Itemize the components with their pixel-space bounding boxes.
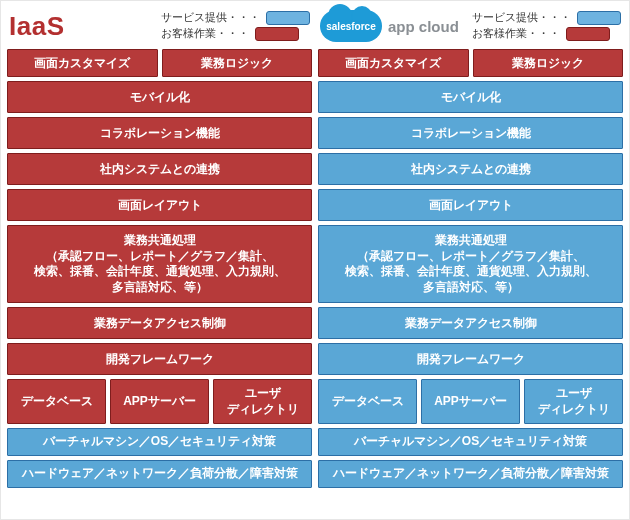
title-appcloud: salesforce app cloud (320, 10, 459, 42)
layer-db: データベース (7, 379, 106, 423)
layer-row-servers: データベース APPサーバー ユーザディレクトリ (7, 379, 312, 423)
comparison-diagram: IaaS サービス提供・・・ お客様作業・・・ 画面カスタマイズ 業務ロジック (0, 0, 630, 520)
layer-db: データベース (318, 379, 417, 423)
columns: IaaS サービス提供・・・ お客様作業・・・ 画面カスタマイズ 業務ロジック (1, 1, 629, 519)
layer-hw: ハードウェア／ネットワーク／負荷分散／障害対策 (318, 460, 623, 488)
legend-customer-label: お客様作業・・・ (472, 27, 560, 41)
layer-row-top: 画面カスタマイズ 業務ロジック (318, 49, 623, 77)
legend-customer: お客様作業・・・ (472, 27, 621, 41)
layer-appserver: APPサーバー (110, 379, 209, 423)
stack-iaas: 画面カスタマイズ 業務ロジック モバイル化 コラボレーション機能 社内システムと… (7, 49, 312, 488)
swatch-red-icon (566, 27, 610, 41)
layer-framework: 開発フレームワーク (318, 343, 623, 375)
title-iaas: IaaS (9, 11, 65, 42)
layer-common: 業務共通処理（承認フロー、レポート／グラフ／集計、検索、採番、会計年度、通貨処理… (7, 225, 312, 303)
legend-provider: サービス提供・・・ (472, 11, 621, 25)
layer-screen-customize: 画面カスタマイズ (7, 49, 158, 77)
appcloud-text: app cloud (388, 18, 459, 35)
swatch-blue-icon (266, 11, 310, 25)
swatch-red-icon (255, 27, 299, 41)
layer-layout: 画面レイアウト (7, 189, 312, 221)
layer-collab: コラボレーション機能 (318, 117, 623, 149)
layer-framework: 開発フレームワーク (7, 343, 312, 375)
layer-appserver: APPサーバー (421, 379, 520, 423)
layer-mobile: モバイル化 (318, 81, 623, 113)
layer-userdir: ユーザディレクトリ (524, 379, 623, 423)
stack-appcloud: 画面カスタマイズ 業務ロジック モバイル化 コラボレーション機能 社内システムと… (318, 49, 623, 488)
layer-row-top: 画面カスタマイズ 業務ロジック (7, 49, 312, 77)
layer-mobile: モバイル化 (7, 81, 312, 113)
layer-userdir: ユーザディレクトリ (213, 379, 312, 423)
layer-integration: 社内システムとの連携 (7, 153, 312, 185)
layer-collab: コラボレーション機能 (7, 117, 312, 149)
salesforce-cloud-icon: salesforce (320, 10, 382, 42)
layer-business-logic: 業務ロジック (162, 49, 313, 77)
layer-row-servers: データベース APPサーバー ユーザディレクトリ (318, 379, 623, 423)
legend-provider-label: サービス提供・・・ (161, 11, 260, 25)
salesforce-brand-text: salesforce (326, 21, 375, 32)
layer-layout: 画面レイアウト (318, 189, 623, 221)
legend-appcloud: サービス提供・・・ お客様作業・・・ (472, 11, 621, 41)
header-iaas: IaaS サービス提供・・・ お客様作業・・・ (7, 5, 312, 49)
layer-business-logic: 業務ロジック (473, 49, 624, 77)
layer-integration: 社内システムとの連携 (318, 153, 623, 185)
legend-customer-label: お客様作業・・・ (161, 27, 249, 41)
swatch-blue-icon (577, 11, 621, 25)
header-appcloud: salesforce app cloud サービス提供・・・ お客様作業・・・ (318, 5, 623, 49)
layer-vm: バーチャルマシン／OS／セキュリティ対策 (318, 428, 623, 456)
layer-hw: ハードウェア／ネットワーク／負荷分散／障害対策 (7, 460, 312, 488)
legend-iaas: サービス提供・・・ お客様作業・・・ (161, 11, 310, 41)
layer-screen-customize: 画面カスタマイズ (318, 49, 469, 77)
column-appcloud: salesforce app cloud サービス提供・・・ お客様作業・・・ (318, 5, 623, 513)
layer-access: 業務データアクセス制御 (7, 307, 312, 339)
legend-provider-label: サービス提供・・・ (472, 11, 571, 25)
layer-vm: バーチャルマシン／OS／セキュリティ対策 (7, 428, 312, 456)
layer-common: 業務共通処理（承認フロー、レポート／グラフ／集計、検索、採番、会計年度、通貨処理… (318, 225, 623, 303)
legend-provider: サービス提供・・・ (161, 11, 310, 25)
layer-access: 業務データアクセス制御 (318, 307, 623, 339)
column-iaas: IaaS サービス提供・・・ お客様作業・・・ 画面カスタマイズ 業務ロジック (7, 5, 312, 513)
legend-customer: お客様作業・・・ (161, 27, 310, 41)
